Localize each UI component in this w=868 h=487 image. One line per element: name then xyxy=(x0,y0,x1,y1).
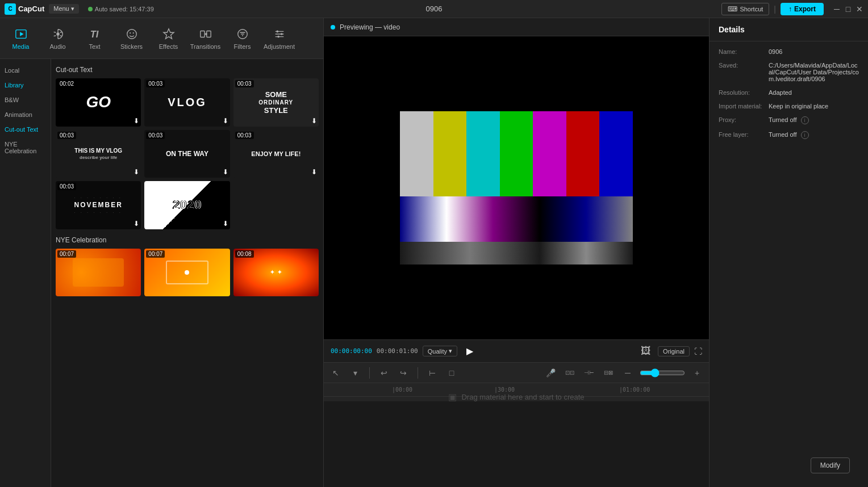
card-nye2[interactable]: 00:07 xyxy=(144,249,229,297)
svg-point-2 xyxy=(56,32,60,36)
fullscreen-button[interactable]: ⛶ xyxy=(694,347,702,356)
cursor-tool-button[interactable]: ↖ xyxy=(328,366,343,380)
svg-point-6 xyxy=(132,32,133,33)
right-panel: Details Name: 0906 Saved: C:/Users/Malav… xyxy=(709,18,868,487)
tool-text[interactable]: TI Text xyxy=(76,20,113,57)
card-go[interactable]: 00:02 GO ⬇ xyxy=(56,78,141,127)
card-2020[interactable]: 00:03 2020 2020 ⬇ xyxy=(144,181,229,229)
menu-button[interactable]: Menu ▾ xyxy=(49,4,79,14)
tool-stickers[interactable]: Stickers xyxy=(113,20,150,57)
tool-effects[interactable]: Effects xyxy=(150,20,187,57)
svg-text:TI: TI xyxy=(90,28,98,39)
cutout-text-grid: 00:02 GO ⬇ 00:03 VLOG ⬇ 00:03 SOMEORDINA… xyxy=(56,78,319,229)
zoom-in-button[interactable]: + xyxy=(690,366,704,380)
zoom-out-button[interactable]: ─ xyxy=(620,366,635,380)
undo-button[interactable]: ↩ xyxy=(377,366,391,380)
svg-marker-7 xyxy=(163,28,173,38)
card-mylife[interactable]: 00:03 THIS IS MY VLOGdescribe your life … xyxy=(56,130,141,178)
fit-view-button[interactable]: ⊡⊡ xyxy=(562,366,577,380)
sidebar-item-library[interactable]: Library xyxy=(0,78,51,92)
preview-indicator xyxy=(331,25,335,30)
preview-video[interactable] xyxy=(324,36,709,339)
freelayer-info-icon[interactable]: i xyxy=(801,131,809,139)
timecode-end: 00:00:01:00 xyxy=(377,347,418,355)
effects-icon xyxy=(162,27,176,41)
details-body: Name: 0906 Saved: C:/Users/Malavida/AppD… xyxy=(710,41,868,444)
main-area: Media Audio TI Text Stickers xyxy=(0,18,868,487)
image-icon[interactable]: 🖼 xyxy=(639,343,653,359)
card-onway[interactable]: 00:03 ON THE WAY ⬇ xyxy=(144,130,229,178)
detail-row-import: Import material: Keep in original place xyxy=(719,103,859,110)
sidebar-item-animation[interactable]: Animation xyxy=(0,108,51,121)
cursor-dropdown[interactable]: ▾ xyxy=(348,366,362,380)
logo: C CapCut xyxy=(5,3,44,15)
card-style[interactable]: 00:03 SOMEORDINARYSTYLE ⬇ xyxy=(233,78,319,127)
adjustment-icon xyxy=(273,27,286,41)
separator xyxy=(418,367,418,379)
quality-button[interactable]: Quality ▾ xyxy=(423,346,457,356)
download-icon[interactable]: ⬇ xyxy=(223,117,228,125)
link-button[interactable]: ⊣⊢ xyxy=(582,366,596,380)
proxy-info-icon[interactable]: i xyxy=(801,116,809,124)
card-nye1[interactable]: 00:07 xyxy=(56,249,141,297)
chevron-down-icon: ▾ xyxy=(449,347,452,355)
download-icon[interactable]: ⬇ xyxy=(133,220,139,228)
audio-icon xyxy=(51,27,65,41)
download-icon[interactable]: ⬇ xyxy=(133,168,139,176)
card-nye3[interactable]: 00:08 ✦ ✦ xyxy=(233,249,319,297)
color-bars xyxy=(400,111,633,265)
drag-message: ▣ Drag material here and start to create xyxy=(448,392,584,402)
center-panel: Previewing — video xyxy=(324,18,709,487)
play-button[interactable]: ▶ xyxy=(462,343,478,359)
svg-point-5 xyxy=(130,32,131,33)
card-november[interactable]: 00:03 · · · · · · · · NOVEMBER · · · · ·… xyxy=(56,181,141,229)
download-icon[interactable]: ⬇ xyxy=(311,117,317,125)
timeline-toolbar: ↖ ▾ ↩ ↪ ⊢ □ 🎤 ⊡⊡ ⊣⊢ ⊟⊠ ─ + xyxy=(324,363,709,383)
svg-point-4 xyxy=(127,29,136,39)
card-go-duration: 00:02 xyxy=(57,80,76,87)
card-enjoy[interactable]: 00:03 ENJOY MY LIFE! ⬇ xyxy=(233,130,319,178)
sidebar-item-local[interactable]: Local xyxy=(0,64,51,77)
card-nye1-duration: 00:07 xyxy=(57,250,76,258)
separator: | xyxy=(774,5,776,14)
tool-filters[interactable]: Filters xyxy=(224,20,261,57)
zoom-slider[interactable] xyxy=(640,368,685,377)
ruler-mark-0: |00:00 xyxy=(392,387,412,393)
close-button[interactable]: ✕ xyxy=(856,5,863,13)
redo-button[interactable]: ↪ xyxy=(396,366,411,380)
tool-media[interactable]: Media xyxy=(2,20,39,57)
tool-adjustment[interactable]: Adjustment xyxy=(261,20,298,57)
maximize-button[interactable]: □ xyxy=(844,5,852,13)
card-nye2-duration: 00:07 xyxy=(146,250,165,258)
detail-label-import: Import material: xyxy=(719,103,764,110)
card-vlog[interactable]: 00:03 VLOG ⬇ xyxy=(144,78,229,127)
section-nye-title: NYE Celebration xyxy=(56,236,319,244)
mic-button[interactable]: 🎤 xyxy=(543,366,558,380)
modify-button[interactable]: Modify xyxy=(811,457,850,473)
tool-transitions[interactable]: Transitions xyxy=(187,20,224,57)
download-icon[interactable]: ⬇ xyxy=(223,168,228,176)
download-icon[interactable]: ⬇ xyxy=(133,117,139,125)
detail-label-saved: Saved: xyxy=(719,62,764,82)
detail-row-resolution: Resolution: Adapted xyxy=(719,89,859,96)
card-2020-content: 2020 2020 xyxy=(144,181,229,229)
sidebar-item-bw[interactable]: B&W xyxy=(0,93,51,107)
snap-button[interactable]: ⊟⊠ xyxy=(601,366,616,380)
sidebar-item-nye[interactable]: NYE Celebration xyxy=(0,137,51,158)
details-header: Details xyxy=(710,18,868,41)
minimize-button[interactable]: ─ xyxy=(833,5,841,13)
download-icon[interactable]: ⬇ xyxy=(311,168,317,176)
media-icon xyxy=(14,27,28,41)
topbar-right: ⌨ Shortcut | ↑ Export ─ □ ✕ xyxy=(721,3,863,15)
split-button[interactable]: ⊢ xyxy=(425,366,440,380)
original-button[interactable]: Original xyxy=(658,346,690,356)
download-icon[interactable]: ⬇ xyxy=(223,220,228,228)
detail-label-name: Name: xyxy=(719,48,764,55)
delete-button[interactable]: □ xyxy=(444,366,459,380)
tool-audio[interactable]: Audio xyxy=(39,20,76,57)
card-vlog-duration: 00:03 xyxy=(146,80,165,87)
sidebar-item-cutout-text[interactable]: Cut-out Text xyxy=(0,123,51,136)
export-button[interactable]: ↑ Export xyxy=(781,3,824,15)
svg-rect-9 xyxy=(206,31,210,37)
shortcut-button[interactable]: ⌨ Shortcut xyxy=(721,3,769,15)
